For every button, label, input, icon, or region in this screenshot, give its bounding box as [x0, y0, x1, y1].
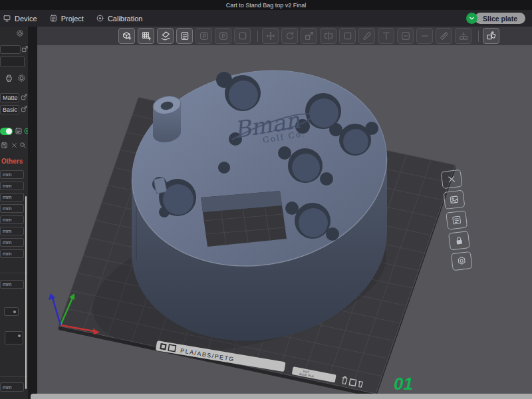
- lock-plate-icon[interactable]: [448, 231, 470, 250]
- parameter-field[interactable]: mm: [0, 182, 24, 190]
- parameter-field[interactable]: mm: [0, 249, 24, 258]
- sidebar-divider: [0, 273, 27, 273]
- tab-project-label: Project: [61, 15, 84, 23]
- filament-spool-icon[interactable]: [23, 127, 28, 135]
- arrange-plate-icon[interactable]: [443, 190, 465, 209]
- parameter-field[interactable]: mm: [0, 170, 24, 179]
- auto-orient-icon[interactable]: [157, 28, 174, 44]
- slice-dropdown-icon[interactable]: [466, 13, 477, 24]
- variable-layer-icon: [455, 28, 471, 44]
- delete-plate-icon[interactable]: [441, 170, 463, 189]
- tab-device-label: Device: [15, 15, 37, 23]
- printer-preset-field[interactable]: [0, 45, 21, 54]
- filament-1-field[interactable]: Matte: [0, 93, 19, 102]
- slice-plate-label[interactable]: Slice plate: [475, 13, 525, 24]
- filament-2-field[interactable]: Basic: [0, 105, 19, 114]
- window-title: Cart to Stand Bag top v2 Final: [226, 2, 307, 9]
- model-rect-hole: [201, 191, 287, 247]
- plate-number[interactable]: 01: [394, 374, 413, 394]
- slice-plate-button[interactable]: Slice plate: [466, 13, 525, 24]
- printer-icon[interactable]: [5, 74, 13, 82]
- settings-gear-icon[interactable]: [16, 29, 24, 37]
- edit-filament-1-icon[interactable]: [21, 94, 28, 101]
- tab-device[interactable]: Device: [0, 10, 47, 27]
- undo-icon: [196, 28, 212, 44]
- parameter-field-list: mmmmmmmmmmmmmmmm: [0, 170, 24, 261]
- rotate-icon: [281, 28, 298, 44]
- calibration-icon: [96, 14, 104, 23]
- discard-preset-icon[interactable]: [11, 142, 18, 149]
- edit-preset-icon[interactable]: [21, 46, 28, 53]
- device-icon: [3, 14, 11, 23]
- global-advanced-toggle[interactable]: [0, 128, 13, 135]
- tab-calibration-label: Calibration: [108, 15, 143, 23]
- bed-type-select[interactable]: [0, 57, 25, 67]
- parameter-checkbox[interactable]: [4, 307, 19, 316]
- filament-2-label: Basic: [3, 106, 17, 113]
- tab-project[interactable]: Project: [47, 10, 93, 27]
- window-bottom-edge: [31, 394, 532, 399]
- toolbar-separator: [257, 31, 258, 42]
- z-axis: [53, 298, 61, 325]
- parameter-field[interactable]: mm: [0, 227, 24, 235]
- slicing-settings-icon[interactable]: [176, 28, 193, 44]
- bambu-studio-window: Cart to Stand Bag top v2 Final Device Pr…: [0, 0, 532, 399]
- parameter-field[interactable]: mm: [0, 193, 24, 201]
- assembly-view-icon[interactable]: [483, 28, 499, 44]
- plate-settings-icon[interactable]: [446, 210, 467, 229]
- search-param-icon[interactable]: [19, 142, 27, 149]
- seam-paint-icon: [397, 28, 414, 44]
- color-paint-icon: [416, 28, 433, 44]
- text-icon: [378, 28, 394, 44]
- move-icon: [262, 28, 279, 44]
- sidebar-divider: [0, 376, 27, 377]
- plate-name-icon[interactable]: [451, 251, 473, 271]
- parameter-field[interactable]: mm: [0, 238, 24, 247]
- project-icon: [49, 14, 58, 23]
- mirror-icon: [320, 28, 336, 44]
- parameter-field[interactable]: mm: [0, 382, 24, 392]
- save-preset-icon[interactable]: [1, 142, 8, 149]
- parameter-field[interactable]: mm: [0, 204, 24, 213]
- main-toolbar: [37, 27, 532, 45]
- fuzzy-skin-icon: [436, 28, 452, 44]
- edit-filament-2-icon[interactable]: [21, 106, 28, 113]
- cut-icon: [339, 28, 356, 44]
- filament-1-label: Matte: [3, 94, 18, 101]
- toolbar-separator: [478, 31, 479, 42]
- add-object-icon[interactable]: [118, 28, 135, 44]
- add-plate-icon[interactable]: [138, 28, 154, 44]
- sidebar-settings-panel: Matte Basic Others mmmmmmmmmmmmmmmm mm m…: [0, 27, 28, 399]
- support-paint-icon: [358, 28, 375, 44]
- parameter-field[interactable]: mm: [0, 280, 24, 289]
- sidebar-scrollbar[interactable]: [25, 196, 27, 389]
- parameter-field[interactable]: mm: [0, 215, 24, 224]
- parameter-dropdown[interactable]: [5, 331, 23, 344]
- menubar: Device Project Calibration Slice plate: [0, 10, 532, 27]
- objects-list-icon[interactable]: [15, 127, 23, 135]
- viewport-3d[interactable]: Bman Golf Co. PLA/ABS/PETG HOT GLUE PLA: [37, 27, 532, 399]
- others-section-label: Others: [1, 158, 23, 165]
- nozzle-settings-icon[interactable]: [17, 74, 26, 82]
- redo-icon: [215, 28, 231, 44]
- paste-icon: [234, 28, 251, 44]
- panel-collapse-edge[interactable]: [28, 27, 37, 399]
- tab-calibration[interactable]: Calibration: [93, 10, 152, 27]
- titlebar: Cart to Stand Bag top v2 Final: [0, 0, 532, 10]
- scale-icon: [301, 28, 317, 44]
